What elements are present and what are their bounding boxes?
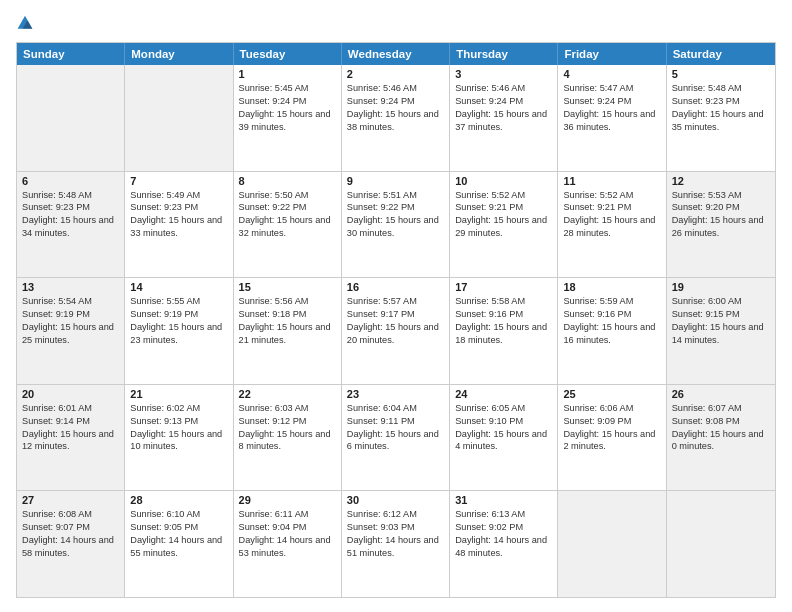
calendar-row-0: 1Sunrise: 5:45 AMSunset: 9:24 PMDaylight… — [17, 65, 775, 171]
daylight-text: Daylight: 15 hours and 14 minutes. — [672, 321, 770, 347]
sunset-text: Sunset: 9:12 PM — [239, 415, 336, 428]
sunset-text: Sunset: 9:20 PM — [672, 201, 770, 214]
sunrise-text: Sunrise: 6:03 AM — [239, 402, 336, 415]
calendar-cell-day-29: 29Sunrise: 6:11 AMSunset: 9:04 PMDayligh… — [234, 491, 342, 597]
weekday-header-saturday: Saturday — [667, 43, 775, 65]
sunset-text: Sunset: 9:08 PM — [672, 415, 770, 428]
calendar-row-3: 20Sunrise: 6:01 AMSunset: 9:14 PMDayligh… — [17, 384, 775, 491]
weekday-header-monday: Monday — [125, 43, 233, 65]
day-number: 29 — [239, 494, 336, 506]
day-number: 2 — [347, 68, 444, 80]
calendar-cell-day-7: 7Sunrise: 5:49 AMSunset: 9:23 PMDaylight… — [125, 172, 233, 278]
day-number: 21 — [130, 388, 227, 400]
calendar-cell-day-6: 6Sunrise: 5:48 AMSunset: 9:23 PMDaylight… — [17, 172, 125, 278]
daylight-text: Daylight: 15 hours and 2 minutes. — [563, 428, 660, 454]
daylight-text: Daylight: 15 hours and 28 minutes. — [563, 214, 660, 240]
day-number: 8 — [239, 175, 336, 187]
daylight-text: Daylight: 15 hours and 32 minutes. — [239, 214, 336, 240]
sunrise-text: Sunrise: 6:10 AM — [130, 508, 227, 521]
sunrise-text: Sunrise: 5:53 AM — [672, 189, 770, 202]
day-number: 14 — [130, 281, 227, 293]
sunset-text: Sunset: 9:21 PM — [563, 201, 660, 214]
calendar-cell-day-8: 8Sunrise: 5:50 AMSunset: 9:22 PMDaylight… — [234, 172, 342, 278]
page: SundayMondayTuesdayWednesdayThursdayFrid… — [0, 0, 792, 612]
sunrise-text: Sunrise: 5:45 AM — [239, 82, 336, 95]
calendar-cell-day-23: 23Sunrise: 6:04 AMSunset: 9:11 PMDayligh… — [342, 385, 450, 491]
calendar-cell-empty — [17, 65, 125, 171]
calendar-cell-day-15: 15Sunrise: 5:56 AMSunset: 9:18 PMDayligh… — [234, 278, 342, 384]
calendar-cell-day-16: 16Sunrise: 5:57 AMSunset: 9:17 PMDayligh… — [342, 278, 450, 384]
sunrise-text: Sunrise: 5:52 AM — [455, 189, 552, 202]
sunrise-text: Sunrise: 6:00 AM — [672, 295, 770, 308]
day-number: 6 — [22, 175, 119, 187]
day-number: 15 — [239, 281, 336, 293]
day-number: 16 — [347, 281, 444, 293]
calendar-cell-day-28: 28Sunrise: 6:10 AMSunset: 9:05 PMDayligh… — [125, 491, 233, 597]
day-number: 30 — [347, 494, 444, 506]
calendar-row-1: 6Sunrise: 5:48 AMSunset: 9:23 PMDaylight… — [17, 171, 775, 278]
sunrise-text: Sunrise: 5:54 AM — [22, 295, 119, 308]
day-number: 27 — [22, 494, 119, 506]
daylight-text: Daylight: 14 hours and 51 minutes. — [347, 534, 444, 560]
sunset-text: Sunset: 9:24 PM — [347, 95, 444, 108]
calendar-cell-day-12: 12Sunrise: 5:53 AMSunset: 9:20 PMDayligh… — [667, 172, 775, 278]
daylight-text: Daylight: 15 hours and 6 minutes. — [347, 428, 444, 454]
calendar-cell-empty — [125, 65, 233, 171]
daylight-text: Daylight: 15 hours and 10 minutes. — [130, 428, 227, 454]
calendar-cell-day-9: 9Sunrise: 5:51 AMSunset: 9:22 PMDaylight… — [342, 172, 450, 278]
daylight-text: Daylight: 15 hours and 29 minutes. — [455, 214, 552, 240]
logo — [16, 14, 38, 32]
sunset-text: Sunset: 9:23 PM — [130, 201, 227, 214]
daylight-text: Daylight: 15 hours and 20 minutes. — [347, 321, 444, 347]
daylight-text: Daylight: 15 hours and 0 minutes. — [672, 428, 770, 454]
calendar-cell-day-30: 30Sunrise: 6:12 AMSunset: 9:03 PMDayligh… — [342, 491, 450, 597]
daylight-text: Daylight: 15 hours and 39 minutes. — [239, 108, 336, 134]
calendar-cell-day-11: 11Sunrise: 5:52 AMSunset: 9:21 PMDayligh… — [558, 172, 666, 278]
sunset-text: Sunset: 9:24 PM — [563, 95, 660, 108]
sunset-text: Sunset: 9:21 PM — [455, 201, 552, 214]
calendar-cell-day-21: 21Sunrise: 6:02 AMSunset: 9:13 PMDayligh… — [125, 385, 233, 491]
sunrise-text: Sunrise: 6:07 AM — [672, 402, 770, 415]
sunset-text: Sunset: 9:24 PM — [455, 95, 552, 108]
weekday-header-tuesday: Tuesday — [234, 43, 342, 65]
calendar-cell-day-14: 14Sunrise: 5:55 AMSunset: 9:19 PMDayligh… — [125, 278, 233, 384]
weekday-header-thursday: Thursday — [450, 43, 558, 65]
calendar-cell-day-5: 5Sunrise: 5:48 AMSunset: 9:23 PMDaylight… — [667, 65, 775, 171]
day-number: 23 — [347, 388, 444, 400]
logo-icon — [16, 14, 34, 32]
calendar-cell-day-3: 3Sunrise: 5:46 AMSunset: 9:24 PMDaylight… — [450, 65, 558, 171]
sunrise-text: Sunrise: 5:52 AM — [563, 189, 660, 202]
sunset-text: Sunset: 9:10 PM — [455, 415, 552, 428]
day-number: 7 — [130, 175, 227, 187]
day-number: 3 — [455, 68, 552, 80]
sunset-text: Sunset: 9:22 PM — [239, 201, 336, 214]
sunrise-text: Sunrise: 6:02 AM — [130, 402, 227, 415]
daylight-text: Daylight: 15 hours and 8 minutes. — [239, 428, 336, 454]
day-number: 13 — [22, 281, 119, 293]
sunrise-text: Sunrise: 5:58 AM — [455, 295, 552, 308]
sunset-text: Sunset: 9:16 PM — [455, 308, 552, 321]
sunrise-text: Sunrise: 6:08 AM — [22, 508, 119, 521]
sunset-text: Sunset: 9:04 PM — [239, 521, 336, 534]
sunrise-text: Sunrise: 6:01 AM — [22, 402, 119, 415]
sunrise-text: Sunrise: 5:51 AM — [347, 189, 444, 202]
sunrise-text: Sunrise: 5:59 AM — [563, 295, 660, 308]
day-number: 18 — [563, 281, 660, 293]
sunset-text: Sunset: 9:23 PM — [672, 95, 770, 108]
calendar-cell-day-24: 24Sunrise: 6:05 AMSunset: 9:10 PMDayligh… — [450, 385, 558, 491]
day-number: 1 — [239, 68, 336, 80]
calendar-header: SundayMondayTuesdayWednesdayThursdayFrid… — [17, 43, 775, 65]
sunset-text: Sunset: 9:03 PM — [347, 521, 444, 534]
calendar-cell-day-2: 2Sunrise: 5:46 AMSunset: 9:24 PMDaylight… — [342, 65, 450, 171]
calendar-cell-day-1: 1Sunrise: 5:45 AMSunset: 9:24 PMDaylight… — [234, 65, 342, 171]
sunrise-text: Sunrise: 6:13 AM — [455, 508, 552, 521]
calendar-row-4: 27Sunrise: 6:08 AMSunset: 9:07 PMDayligh… — [17, 490, 775, 597]
daylight-text: Daylight: 15 hours and 35 minutes. — [672, 108, 770, 134]
sunset-text: Sunset: 9:16 PM — [563, 308, 660, 321]
sunrise-text: Sunrise: 5:49 AM — [130, 189, 227, 202]
calendar-row-2: 13Sunrise: 5:54 AMSunset: 9:19 PMDayligh… — [17, 277, 775, 384]
sunrise-text: Sunrise: 6:06 AM — [563, 402, 660, 415]
day-number: 20 — [22, 388, 119, 400]
calendar-cell-day-26: 26Sunrise: 6:07 AMSunset: 9:08 PMDayligh… — [667, 385, 775, 491]
calendar-cell-day-13: 13Sunrise: 5:54 AMSunset: 9:19 PMDayligh… — [17, 278, 125, 384]
